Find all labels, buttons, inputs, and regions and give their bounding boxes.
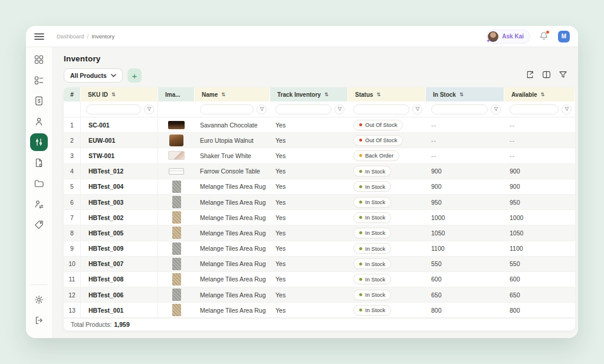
row-number: 7 — [64, 210, 81, 225]
sidebar-item-settings[interactable] — [30, 291, 48, 309]
name-cell: Melange Tiles Area Rug — [195, 225, 270, 240]
filter-input-track[interactable] — [275, 104, 331, 114]
sidebar-item-billing[interactable]: $ — [30, 92, 48, 110]
status-badge: In Stock — [353, 166, 391, 176]
status-cell: In Stock — [348, 210, 426, 225]
row-number: 10 — [64, 257, 81, 271]
image-cell — [158, 272, 195, 287]
image-cell — [158, 257, 195, 271]
filter-funnel-status[interactable] — [412, 104, 422, 114]
table-row[interactable]: 8HBTest_005Melange Tiles Area RugYesIn S… — [64, 225, 575, 241]
status-label: Out Of Stock — [365, 137, 397, 143]
column-header-available[interactable]: Available⇅ — [504, 87, 575, 101]
column-header-sku[interactable]: SKU ID⇅ — [81, 87, 158, 101]
sidebar: $ — [26, 47, 52, 338]
column-header-name[interactable]: Name⇅ — [195, 87, 270, 101]
status-label: In Stock — [365, 183, 385, 190]
status-label: Out Of Stock — [365, 122, 397, 128]
table-row[interactable]: 12HBTest_006Melange Tiles Area RugYesIn … — [64, 287, 575, 303]
image-cell — [158, 148, 195, 163]
status-dot — [359, 278, 362, 281]
status-badge: Back Order — [353, 150, 399, 161]
sidebar-item-logout[interactable] — [30, 311, 48, 329]
sidebar-item-documents[interactable] — [30, 154, 48, 172]
sidebar-item-inventory[interactable] — [30, 133, 48, 151]
filter-funnel-in_stock[interactable] — [491, 104, 501, 114]
filter-funnel-sku[interactable] — [144, 104, 154, 114]
sidebar-item-customers[interactable] — [30, 113, 48, 130]
column-label-name: Name — [202, 91, 218, 98]
product-image — [172, 242, 181, 255]
table-row[interactable]: 10HBTest_007Melange Tiles Area RugYesIn … — [64, 257, 575, 272]
ask-kai-label: Ask Kai — [502, 33, 524, 40]
table-row[interactable]: 1SC-001Savannah ChocolateYesOut Of Stock… — [64, 117, 575, 133]
image-cell — [158, 303, 195, 317]
sidebar-item-folders[interactable] — [30, 175, 48, 192]
sidebar-item-orders[interactable] — [30, 71, 48, 89]
export-button[interactable] — [526, 70, 534, 81]
filter-input-in_stock[interactable] — [431, 104, 488, 114]
track-inventory-cell: Yes — [270, 210, 348, 225]
product-image — [172, 211, 181, 224]
track-inventory-cell: Yes — [270, 117, 348, 132]
name-cell: Melange Tiles Area Rug — [195, 210, 270, 225]
table-row[interactable]: 3STW-001Shaker True WhiteYesBack Order--… — [64, 148, 575, 163]
filter-input-status[interactable] — [353, 104, 409, 114]
row-number: 9 — [64, 241, 81, 256]
sidebar-item-dashboard[interactable] — [30, 51, 48, 68]
available-cell: 550 — [504, 257, 575, 271]
topbar-actions: ✦ Ask Kai M — [486, 29, 578, 44]
filter-input-name[interactable] — [200, 104, 254, 114]
column-label-sku: SKU ID — [88, 91, 108, 98]
name-cell: Farrow Console Table — [195, 164, 270, 179]
filter-funnel-available[interactable] — [562, 104, 572, 114]
column-header-status[interactable]: Status⇅ — [348, 87, 426, 101]
notifications-bell-icon[interactable] — [539, 31, 549, 41]
filter-button[interactable] — [559, 70, 567, 81]
status-cell: Back Order — [348, 148, 426, 163]
table-row[interactable]: 4HBTest_012Farrow Console TableYesIn Sto… — [64, 164, 575, 179]
add-product-button[interactable]: + — [127, 68, 142, 83]
filter-input-available[interactable] — [510, 104, 559, 114]
top-bar: Dashboard / Inventory ✦ Ask Kai M — [26, 26, 578, 47]
filter-funnel-track[interactable] — [334, 104, 344, 114]
columns-button[interactable] — [542, 70, 551, 81]
table-row[interactable]: 11HBTest_008Melange Tiles Area RugYesIn … — [64, 272, 575, 287]
column-header-in_stock[interactable]: In Stock⇅ — [426, 87, 504, 101]
available-cell: 1100 — [504, 241, 575, 256]
column-header-track[interactable]: Track Inventory⇅ — [270, 87, 348, 101]
table-row[interactable]: 5HBTest_004Melange Tiles Area RugYesIn S… — [64, 179, 575, 195]
breadcrumb-inventory[interactable]: Inventory — [91, 33, 114, 40]
sidebar-item-affiliates[interactable] — [30, 195, 48, 213]
row-number: 4 — [64, 164, 81, 179]
filter-funnel-name[interactable] — [257, 104, 267, 114]
sku-cell: HBTest_006 — [81, 287, 158, 302]
table-row[interactable]: 7HBTest_002Melange Tiles Area RugYesIn S… — [64, 210, 575, 225]
sidebar-divider — [31, 284, 47, 285]
column-header-image: Ima... — [158, 87, 195, 101]
available-cell: -- — [504, 133, 575, 147]
user-avatar[interactable]: M — [558, 31, 570, 42]
sku-cell: HBTest_007 — [81, 257, 158, 271]
table-row[interactable]: 6HBTest_003Melange Tiles Area RugYesIn S… — [64, 195, 575, 210]
app-window: Dashboard / Inventory ✦ Ask Kai M $ Inve… — [26, 26, 578, 338]
product-filter-dropdown[interactable]: All Products — [64, 68, 123, 83]
total-products-value: 1,959 — [114, 321, 129, 328]
sku-cell: HBTest_009 — [81, 241, 158, 256]
status-dot — [359, 201, 362, 204]
table-row[interactable]: 9HBTest_009Melange Tiles Area RugYesIn S… — [64, 241, 575, 257]
customers-icon — [34, 117, 44, 126]
content-area: Inventory All Products + #SKU ID⇅Ima...N… — [52, 47, 578, 338]
status-badge: Out Of Stock — [353, 135, 403, 146]
breadcrumb-dashboard[interactable]: Dashboard — [57, 33, 84, 40]
sidebar-item-tags[interactable] — [30, 216, 48, 234]
ask-kai-button[interactable]: ✦ Ask Kai — [486, 29, 530, 44]
menu-toggle-button[interactable] — [26, 33, 52, 40]
row-number: 3 — [64, 148, 81, 163]
total-products-label: Total Products: — [71, 321, 111, 328]
table-row[interactable]: 13HBTest_001Melange Tiles Area RugYesIn … — [64, 303, 575, 318]
available-cell: 900 — [504, 164, 575, 179]
table-row[interactable]: 2EUW-001Euro Utopia WalnutYesOut Of Stoc… — [64, 133, 575, 148]
filter-input-sku[interactable] — [86, 104, 141, 114]
logout-icon — [34, 316, 44, 325]
